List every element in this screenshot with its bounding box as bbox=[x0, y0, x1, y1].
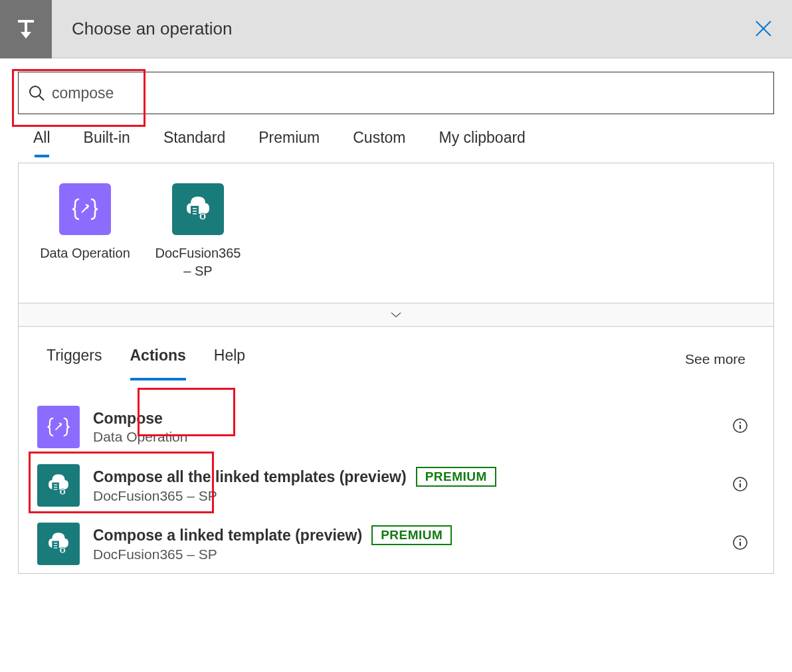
sub-tabs-row: Triggers Actions Help See more bbox=[19, 327, 773, 383]
dialog-header: Choose an operation bbox=[0, 0, 792, 58]
tab-all[interactable]: All bbox=[33, 129, 50, 153]
operation-picker-icon bbox=[0, 0, 52, 58]
action-icon bbox=[37, 464, 80, 507]
search-box[interactable] bbox=[18, 72, 774, 114]
docfusion-icon bbox=[44, 471, 73, 500]
collapse-bar[interactable] bbox=[19, 303, 773, 327]
connector-label: Data Operation bbox=[39, 244, 132, 262]
tab-custom[interactable]: Custom bbox=[353, 129, 405, 153]
svg-line-6 bbox=[39, 96, 44, 100]
action-list: Compose Data Operation bbox=[19, 383, 773, 573]
sub-tab-triggers[interactable]: Triggers bbox=[47, 347, 102, 371]
tab-built-in[interactable]: Built-in bbox=[84, 129, 130, 153]
action-icon bbox=[37, 406, 80, 448]
sub-tab-help[interactable]: Help bbox=[214, 347, 245, 371]
premium-badge: PREMIUM bbox=[371, 525, 452, 545]
premium-badge: PREMIUM bbox=[416, 467, 496, 487]
action-title: Compose a linked template (preview) bbox=[93, 527, 362, 545]
tab-premium[interactable]: Premium bbox=[258, 129, 320, 153]
action-text: Compose all the linked templates (previe… bbox=[93, 467, 755, 504]
braces-icon bbox=[45, 414, 72, 440]
results-panel: Data Operation DocFusion365 – SP bbox=[18, 163, 774, 574]
connector-tile bbox=[59, 183, 111, 235]
svg-rect-21 bbox=[61, 490, 64, 493]
close-icon bbox=[753, 19, 773, 39]
info-button[interactable] bbox=[732, 418, 748, 436]
svg-point-5 bbox=[30, 86, 41, 97]
action-compose-linked-template[interactable]: Compose a linked template (preview) PREM… bbox=[31, 515, 761, 573]
info-icon bbox=[732, 535, 748, 550]
action-compose-all-linked-templates[interactable]: Compose all the linked templates (previe… bbox=[31, 456, 761, 515]
action-compose[interactable]: Compose Data Operation bbox=[31, 398, 761, 456]
chevron-down-icon bbox=[389, 311, 403, 319]
svg-rect-0 bbox=[18, 20, 34, 23]
docfusion-icon bbox=[181, 193, 215, 226]
svg-rect-30 bbox=[61, 548, 64, 552]
action-text: Compose a linked template (preview) PREM… bbox=[93, 525, 755, 562]
sub-tabs: Triggers Actions Help bbox=[47, 347, 245, 371]
info-icon bbox=[732, 418, 748, 434]
connector-label: DocFusion365 – SP bbox=[151, 244, 245, 280]
action-text: Compose Data Operation bbox=[93, 410, 755, 445]
category-tabs: All Built-in Standard Premium Custom My … bbox=[0, 129, 792, 163]
connector-data-operation[interactable]: Data Operation bbox=[39, 183, 132, 280]
dialog-title: Choose an operation bbox=[72, 19, 232, 39]
info-button[interactable] bbox=[732, 476, 748, 495]
tab-standard[interactable]: Standard bbox=[163, 129, 225, 153]
dialog-content: All Built-in Standard Premium Custom My … bbox=[0, 58, 792, 574]
tab-my-clipboard[interactable]: My clipboard bbox=[439, 129, 526, 153]
info-icon bbox=[732, 476, 748, 492]
action-sub: DocFusion365 – SP bbox=[93, 488, 755, 504]
search-input[interactable] bbox=[52, 84, 764, 102]
connector-tile bbox=[172, 183, 224, 235]
action-title: Compose bbox=[93, 410, 163, 428]
close-button[interactable] bbox=[753, 19, 773, 41]
sub-tab-actions[interactable]: Actions bbox=[130, 347, 186, 371]
action-icon bbox=[37, 523, 80, 565]
action-sub: Data Operation bbox=[93, 429, 755, 445]
connector-docfusion[interactable]: DocFusion365 – SP bbox=[151, 183, 245, 280]
connectors-area: Data Operation DocFusion365 – SP bbox=[19, 163, 773, 303]
svg-point-23 bbox=[740, 480, 741, 481]
see-more-link[interactable]: See more bbox=[685, 351, 745, 367]
braces-icon bbox=[70, 194, 100, 224]
search-wrap bbox=[0, 58, 792, 129]
action-title: Compose all the linked templates (previe… bbox=[93, 468, 407, 486]
action-sub: DocFusion365 – SP bbox=[93, 546, 755, 562]
svg-rect-12 bbox=[201, 214, 204, 218]
docfusion-icon bbox=[44, 529, 73, 558]
svg-marker-2 bbox=[21, 32, 31, 39]
svg-point-32 bbox=[740, 539, 741, 540]
search-icon bbox=[28, 84, 45, 102]
info-button[interactable] bbox=[732, 535, 748, 553]
svg-point-14 bbox=[740, 422, 741, 423]
